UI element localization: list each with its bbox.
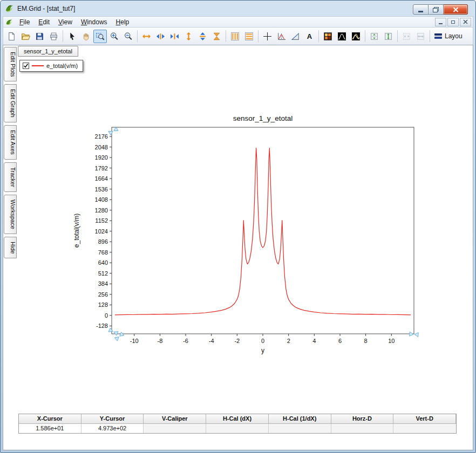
sidebar-tab-edit-graph[interactable]: Edit Graph (4, 84, 17, 122)
restore-icon (433, 7, 439, 12)
readout-header-y-cursor: Y-Cursor (81, 414, 144, 424)
new-file-button[interactable] (5, 30, 18, 43)
sidebar-tab-hide[interactable]: Hide (4, 237, 17, 259)
expand-x-icon (142, 32, 151, 41)
sidebar-tab-workspace[interactable]: Workspace (4, 195, 17, 234)
svg-text:384: 384 (98, 280, 108, 287)
mdi-restore-button[interactable] (447, 18, 459, 26)
slope-caliper-icon (291, 32, 300, 41)
svg-text:-8: -8 (158, 338, 163, 344)
tracker-button[interactable] (275, 30, 288, 43)
text-annotation-button[interactable]: A (303, 30, 316, 43)
save-button[interactable] (33, 30, 46, 43)
sidebar: Edit Plots Edit Graph Edit Axes Tracker … (4, 47, 17, 261)
app-logo-icon (5, 4, 14, 13)
svg-text:y: y (261, 347, 264, 354)
menubar: File Edit View Windows Help (3, 16, 473, 28)
svg-text:1152: 1152 (95, 217, 108, 224)
pan-tool-button[interactable] (79, 30, 93, 43)
menu-file[interactable]: File (15, 17, 34, 27)
zoom-window-tool-button[interactable] (93, 30, 107, 43)
pan-x-button[interactable] (154, 30, 167, 43)
expand-x-button[interactable] (140, 30, 153, 43)
sidebar-tab-tracker[interactable]: Tracker (4, 162, 17, 192)
menu-help[interactable]: Help (112, 17, 134, 27)
titlebar: EM.Grid - [stat_tut7] (3, 1, 473, 16)
print-button[interactable] (47, 30, 60, 43)
chart[interactable]: -128012825638451264076889610241152128014… (57, 99, 435, 401)
shrink-x-icon (170, 32, 179, 41)
layout-button[interactable]: Layou (432, 31, 464, 42)
vertical-grid-icon (230, 32, 240, 41)
expand-y-button[interactable] (182, 30, 195, 43)
shrink-x-button[interactable] (168, 30, 181, 43)
zoom-in-icon (110, 32, 119, 41)
menu-edit[interactable]: Edit (34, 17, 54, 27)
svg-text:128: 128 (98, 301, 108, 308)
fit-horizontal-alt-button[interactable] (414, 30, 427, 43)
mdi-minimize-button[interactable] (435, 18, 446, 26)
readout-value-h-cal-dx (206, 424, 269, 433)
readout-value-v-caliper (144, 424, 206, 433)
svg-text:1536: 1536 (95, 186, 108, 193)
svg-text:-128: -128 (96, 322, 108, 329)
minimize-icon (418, 11, 423, 12)
toolbar-separator (137, 30, 138, 42)
app-window: EM.Grid - [stat_tut7] File Edit View Win… (0, 0, 476, 453)
zoom-out-icon (124, 32, 133, 41)
open-file-button[interactable] (19, 30, 32, 43)
readout-value-horz-d (331, 424, 394, 433)
vertical-grid-button[interactable] (228, 30, 242, 43)
fit-horizontal-button[interactable] (400, 30, 413, 43)
shrink-y-button[interactable] (210, 30, 223, 43)
readout-header-horz-d: Horz-D (331, 414, 394, 424)
minimize-button[interactable] (413, 4, 429, 15)
pan-y-button[interactable] (196, 30, 209, 43)
close-icon (453, 7, 459, 12)
sidebar-tab-edit-axes[interactable]: Edit Axes (4, 125, 17, 160)
svg-text:1664: 1664 (95, 175, 108, 182)
colormap-icon (323, 32, 332, 41)
readout-table: X-Cursor Y-Cursor V-Caliper H-Cal (dX) H… (18, 414, 457, 434)
fit-vertical-alt-button[interactable] (382, 30, 395, 43)
zoom-in-button[interactable] (107, 30, 121, 43)
zoom-out-button[interactable] (121, 30, 135, 43)
checkmark-icon (23, 63, 29, 68)
readout-header-h-cal-dx: H-Cal (dX) (206, 414, 269, 424)
svg-text:768: 768 (98, 249, 108, 256)
svg-text:10: 10 (388, 338, 395, 344)
svg-text:6: 6 (338, 338, 342, 344)
legend-checkbox[interactable] (23, 63, 29, 69)
plot-style-2-button[interactable] (349, 30, 363, 43)
open-folder-icon (21, 32, 30, 41)
plot-style-1-button[interactable] (335, 30, 349, 43)
save-icon (35, 32, 44, 41)
svg-text:640: 640 (98, 259, 108, 266)
toolbar-separator (63, 30, 63, 42)
toolbar: A Layou (3, 28, 473, 45)
cross-cursor-button[interactable] (261, 30, 274, 43)
svg-text:sensor_1_y_etotal: sensor_1_y_etotal (233, 114, 293, 122)
slope-caliper-button[interactable] (289, 30, 302, 43)
horizontal-grid-button[interactable] (242, 30, 256, 43)
menu-view[interactable]: View (54, 17, 77, 27)
menu-windows[interactable]: Windows (77, 17, 112, 27)
pointer-tool-button[interactable] (65, 30, 79, 43)
readout-header-vert-d: Vert-D (393, 414, 456, 424)
svg-text:2048: 2048 (95, 144, 108, 150)
colormap-button[interactable] (321, 30, 335, 43)
expand-y-icon (184, 32, 193, 41)
restore-button[interactable] (429, 4, 444, 15)
document-tab[interactable]: sensor_1_y_etotal (18, 46, 78, 57)
svg-text:1280: 1280 (95, 207, 108, 214)
svg-text:896: 896 (98, 238, 108, 245)
pan-x-icon (156, 32, 165, 41)
fit-vertical-button[interactable] (368, 30, 381, 43)
mdi-close-button[interactable] (460, 18, 471, 26)
close-button[interactable] (444, 4, 468, 15)
toolbar-separator (397, 30, 398, 42)
sidebar-tab-edit-plots[interactable]: Edit Plots (4, 47, 17, 81)
readout-value-vert-d (393, 424, 456, 433)
svg-text:2: 2 (287, 338, 290, 344)
svg-text:-2: -2 (234, 338, 240, 344)
